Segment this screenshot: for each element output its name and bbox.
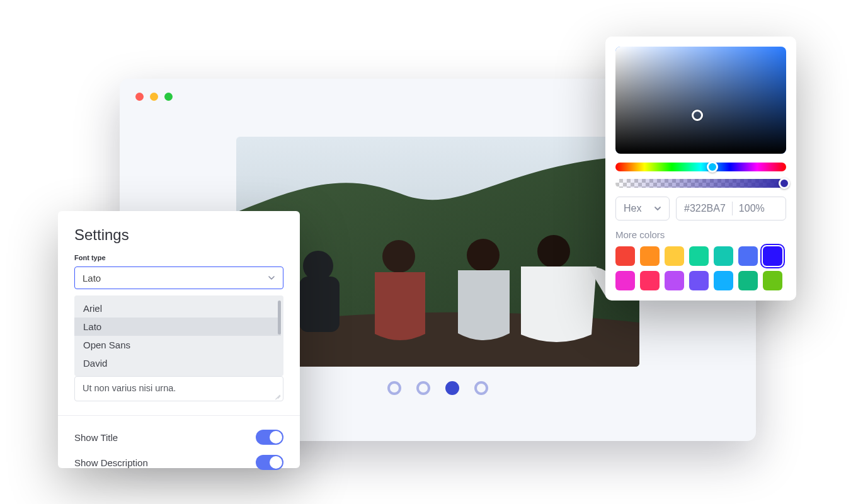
settings-title: Settings bbox=[74, 226, 283, 244]
separator bbox=[732, 202, 733, 215]
saturation-value-field[interactable] bbox=[615, 47, 786, 154]
color-format-select[interactable]: Hex bbox=[615, 197, 670, 220]
swatch-9[interactable] bbox=[665, 271, 684, 290]
settings-panel: Settings Font type Lato Ariel Lato Open … bbox=[58, 211, 300, 468]
color-format-label: Hex bbox=[624, 203, 641, 214]
resize-handle-icon[interactable] bbox=[275, 392, 281, 399]
dropdown-scrollbar[interactable] bbox=[278, 301, 281, 335]
font-type-selected-value: Lato bbox=[83, 273, 101, 284]
hue-slider[interactable] bbox=[615, 163, 786, 171]
show-title-toggle[interactable] bbox=[256, 430, 283, 445]
alpha-slider[interactable] bbox=[615, 179, 786, 188]
description-textarea[interactable]: Ut non varius nisi urna. bbox=[74, 376, 283, 401]
font-option-opensans[interactable]: Open Sans bbox=[74, 336, 281, 354]
swatch-grid bbox=[615, 246, 786, 290]
window-close-button[interactable] bbox=[135, 93, 144, 101]
svg-point-4 bbox=[467, 239, 500, 272]
chevron-down-icon bbox=[268, 274, 275, 282]
svg-point-5 bbox=[537, 235, 570, 268]
window-minimize-button[interactable] bbox=[150, 93, 158, 101]
show-description-row: Show Description bbox=[74, 450, 283, 475]
alpha-thumb[interactable] bbox=[779, 178, 790, 189]
window-zoom-button[interactable] bbox=[164, 93, 173, 101]
swatch-0[interactable] bbox=[615, 246, 635, 266]
window-traffic-lights bbox=[135, 93, 173, 101]
swatch-2[interactable] bbox=[665, 246, 684, 266]
show-description-label: Show Description bbox=[74, 457, 148, 468]
swatch-5[interactable] bbox=[738, 246, 758, 266]
description-value: Ut non varius nisi urna. bbox=[83, 383, 176, 393]
svg-point-3 bbox=[382, 240, 415, 273]
font-option-ariel[interactable]: Ariel bbox=[74, 299, 281, 318]
sv-cursor[interactable] bbox=[692, 110, 703, 121]
color-picker-panel: Hex #322BA7 100% More colors bbox=[605, 37, 796, 301]
alpha-value: 100% bbox=[739, 203, 765, 214]
swatch-6[interactable] bbox=[763, 246, 782, 266]
show-title-label: Show Title bbox=[74, 432, 118, 443]
swatch-13[interactable] bbox=[763, 271, 782, 290]
pager-dot-1[interactable] bbox=[387, 381, 401, 395]
swatch-8[interactable] bbox=[640, 271, 660, 290]
swatch-4[interactable] bbox=[714, 246, 733, 266]
pager-dot-3[interactable] bbox=[445, 381, 459, 395]
font-type-dropdown: Ariel Lato Open Sans David bbox=[74, 295, 283, 376]
swatch-10[interactable] bbox=[689, 271, 709, 290]
font-type-label: Font type bbox=[74, 254, 283, 261]
swatch-7[interactable] bbox=[615, 271, 635, 290]
font-option-david[interactable]: David bbox=[74, 354, 281, 372]
hue-thumb[interactable] bbox=[707, 161, 718, 173]
show-description-toggle[interactable] bbox=[256, 455, 283, 470]
hex-value: #322BA7 bbox=[684, 203, 726, 214]
color-value-row: Hex #322BA7 100% bbox=[615, 197, 786, 220]
svg-rect-2 bbox=[299, 277, 340, 332]
show-title-row: Show Title bbox=[74, 425, 283, 450]
font-option-lato[interactable]: Lato bbox=[74, 318, 281, 336]
pager-dot-2[interactable] bbox=[416, 381, 430, 395]
svg-point-1 bbox=[303, 251, 333, 281]
pager-dot-4[interactable] bbox=[474, 381, 488, 395]
swatch-12[interactable] bbox=[738, 271, 758, 290]
swatch-1[interactable] bbox=[640, 246, 660, 266]
chevron-down-icon bbox=[654, 205, 661, 212]
swatch-3[interactable] bbox=[689, 246, 709, 266]
color-value-input[interactable]: #322BA7 100% bbox=[676, 197, 786, 220]
divider bbox=[58, 415, 300, 416]
swatch-11[interactable] bbox=[714, 271, 733, 290]
font-type-select[interactable]: Lato bbox=[74, 266, 283, 289]
more-colors-label: More colors bbox=[615, 229, 786, 240]
